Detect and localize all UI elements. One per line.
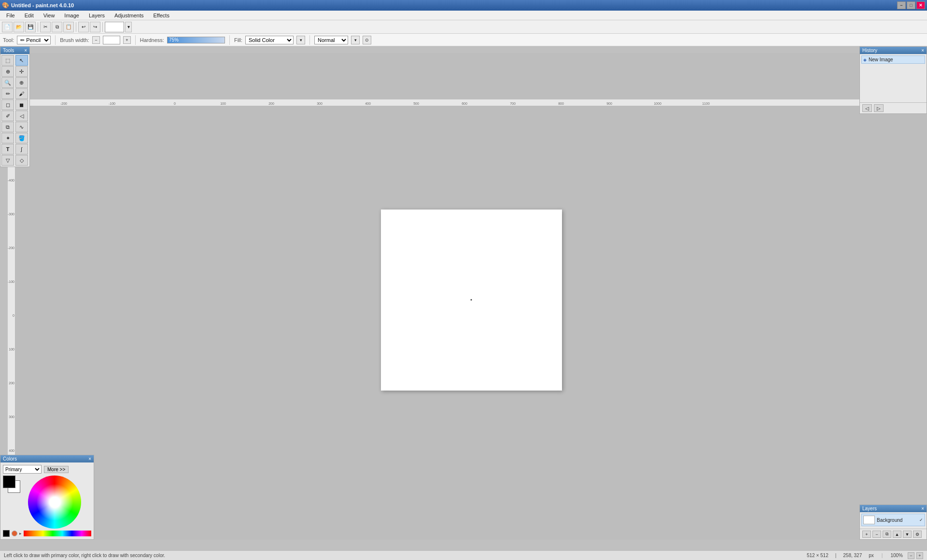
tool-text[interactable]: T [1,144,14,154]
menu-item-effects[interactable]: Effects [149,11,174,20]
history-redo-btn[interactable]: ▷ [874,104,884,112]
tool-selection-rect[interactable]: ⬚ [1,55,14,66]
tool-label: Tool: [3,37,14,43]
zoom-out-btn[interactable]: − [908,552,914,559]
arrow-btn[interactable]: ▸ [19,531,22,536]
layers-panel-close[interactable]: × [921,506,924,511]
toolbar-save[interactable]: 💾 [25,22,36,32]
tool-pencil2[interactable]: ✐ [1,111,14,121]
tool-select[interactable]: ✏ Pencil [17,36,51,44]
toolbar-dropdown[interactable]: ▾ [125,22,132,32]
title-bar-controls: − □ ✕ [897,1,925,9]
brush-width-inc[interactable]: + [123,36,131,44]
color-wheel[interactable] [28,476,81,529]
tools-panel: Tools × ⬚ ↖ ⊕ ✢ 🔍 ⊕ ✏ 🖌 ◻ ◼ ✐ ◁ ⧉ ∿ ✦ 🪣 … [0,46,30,167]
toolbar-sep2 [76,22,76,32]
title-bar-left: 🎨 Untitled - paint.net 4.0.10 [2,2,74,9]
status-coordinates: 258, 327 [843,553,862,558]
status-x-label: | [835,553,837,558]
brush-width-dec[interactable]: − [92,36,100,44]
tool-shapes-fill[interactable]: ◼ [15,99,28,110]
maximize-button[interactable]: □ [907,1,915,9]
canvas-area[interactable]: -200 -100 0 100 200 300 400 500 600 700 … [8,53,927,540]
fg-color-swatch[interactable] [3,476,15,488]
close-button[interactable]: ✕ [916,1,925,9]
tools-panel-title: Tools [3,48,14,53]
minimize-button[interactable]: − [897,1,906,9]
toolbar-paste[interactable]: 📋 [63,22,74,32]
tool-lasso[interactable]: ⊕ [1,66,14,77]
toolbar-cut[interactable]: ✂ [40,22,51,32]
opts-sep3 [229,35,230,45]
black-swatch[interactable] [3,530,10,537]
history-footer: ◁ ▷ [860,102,927,113]
fill-select[interactable]: Solid Color [245,36,294,44]
title-bar: 🎨 Untitled - paint.net 4.0.10 − □ ✕ [0,0,927,11]
menu-item-adjustments[interactable]: Adjustments [110,11,148,20]
tool-clone[interactable]: ⧉ [1,122,14,132]
toolbar-undo[interactable]: ↩ [78,22,89,32]
tool-shape[interactable]: ◇ [15,155,28,166]
layer-item-background[interactable]: Background ✓ [861,514,925,526]
title-bar-title: Untitled - paint.net 4.0.10 [11,2,74,8]
blend-mode-select[interactable]: Normal [314,36,348,44]
colors-more-btn[interactable]: More >> [44,466,69,473]
layer-up-btn[interactable]: ▲ [893,531,901,538]
toolbar-new[interactable]: 📄 [2,22,13,32]
status-bar: Left click to draw with primary color, r… [0,550,927,560]
history-content: ◈ New Image [860,54,927,102]
menu-bar: FileEditViewImageLayersAdjustmentsEffect… [0,11,927,20]
tool-pencil[interactable]: ✏ [1,88,14,99]
wheel-cursor [52,499,56,503]
tool-fill[interactable]: 🪣 [15,133,28,143]
main-canvas[interactable] [381,210,562,391]
history-item-label: New Image [869,57,893,62]
tool-smear[interactable]: ∿ [15,122,28,132]
fill-options-btn[interactable]: ▾ [296,36,305,44]
menu-item-layers[interactable]: Layers [84,11,109,20]
toolbar-open[interactable]: 📂 [14,22,24,32]
color-gradient-strip[interactable] [24,531,91,536]
tool-move[interactable]: ✢ [15,66,28,77]
tool-eraser[interactable]: ◁ [15,111,28,121]
menu-item-edit[interactable]: Edit [20,11,38,20]
history-undo-btn[interactable]: ◁ [862,104,872,112]
brush-width-input[interactable]: 2 [103,36,120,44]
fg-bg-colors [3,476,25,498]
menu-item-file[interactable]: File [2,11,19,20]
tool-selection-move[interactable]: ↖ [15,55,28,66]
hardness-label: Hardness: [140,37,164,43]
menu-item-view[interactable]: View [39,11,59,20]
tool-gradient[interactable]: ▽ [1,155,14,166]
tool-path[interactable]: ∫ [15,144,28,154]
colors-panel-close[interactable]: × [88,456,91,462]
layer-visibility-check[interactable]: ✓ [919,518,923,522]
layer-properties-btn[interactable]: ⚙ [913,531,922,538]
tools-panel-close[interactable]: × [24,48,27,53]
menu-item-image[interactable]: Image [60,11,84,20]
hardness-bar[interactable]: 75% [167,37,225,43]
layer-duplicate-btn[interactable]: ⧉ [883,531,891,538]
tool-zoom-out[interactable]: 🔍 [1,77,14,88]
blend-options-btn[interactable]: ▾ [351,36,360,44]
history-panel-close[interactable]: × [921,48,924,53]
layer-down-btn[interactable]: ▼ [903,531,912,538]
zoom-in-btn[interactable]: + [916,552,923,559]
toolbar-redo[interactable]: ↪ [90,22,100,32]
tool-zoom-in[interactable]: ⊕ [15,77,28,88]
blend-extra-btn[interactable]: ⊙ [363,36,371,44]
colors-top-row: Primary More >> [3,465,91,474]
fill-label: Fill: [234,37,242,43]
tool-shapes-rect[interactable]: ◻ [1,99,14,110]
layers-content: Background ✓ [860,512,927,529]
layer-delete-btn[interactable]: − [872,531,881,538]
app-icon: 🎨 [2,2,9,9]
color-dot[interactable] [12,531,17,536]
colors-mode-dropdown[interactable]: Primary [3,465,42,474]
canvas-preview [105,22,124,32]
history-item[interactable]: ◈ New Image [861,56,925,64]
toolbar-copy[interactable]: ⧉ [52,22,62,32]
tool-magic-wand[interactable]: ✦ [1,133,14,143]
tool-brush[interactable]: 🖌 [15,88,28,99]
layer-add-btn[interactable]: + [862,531,871,538]
